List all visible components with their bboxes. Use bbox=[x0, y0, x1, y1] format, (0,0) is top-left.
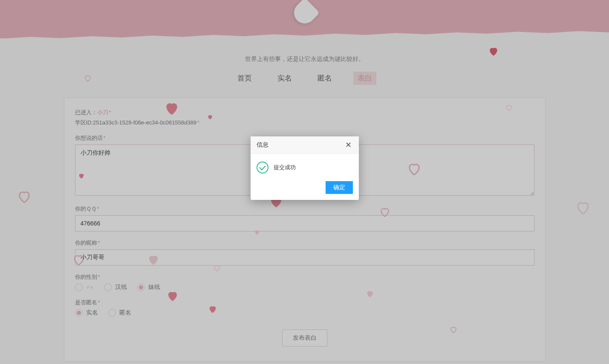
modal-message: 提交成功 bbox=[274, 164, 296, 171]
modal-title: 信息 bbox=[257, 141, 268, 149]
modal-ok-button[interactable]: 确定 bbox=[326, 181, 353, 194]
success-icon bbox=[257, 162, 268, 173]
modal-dialog: 信息 ✕ 提交成功 确定 bbox=[251, 136, 359, 200]
modal-body: 提交成功 bbox=[251, 154, 359, 181]
modal-header: 信息 ✕ bbox=[251, 136, 359, 154]
modal-overlay: 信息 ✕ 提交成功 确定 bbox=[0, 0, 609, 364]
close-icon[interactable]: ✕ bbox=[344, 141, 353, 149]
modal-footer: 确定 bbox=[251, 181, 359, 200]
